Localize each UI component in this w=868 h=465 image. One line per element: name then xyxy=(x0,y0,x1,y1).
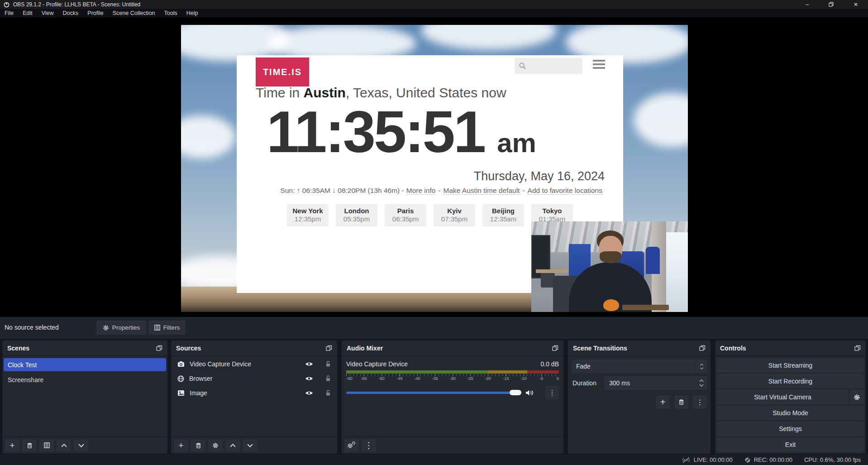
transition-select[interactable]: Fade xyxy=(572,360,707,373)
broadcast-off-icon xyxy=(682,457,691,463)
settings-button[interactable]: Settings xyxy=(717,422,864,436)
remove-source-button[interactable] xyxy=(191,439,205,452)
move-scene-down-button[interactable] xyxy=(74,439,88,452)
sources-toolbar: + xyxy=(171,436,337,454)
dock-popup-icon[interactable] xyxy=(699,345,706,351)
timeis-heading: Time in Austin, Texas, United States now xyxy=(256,85,506,101)
minimize-button[interactable]: – xyxy=(806,2,809,7)
trash-icon xyxy=(196,442,201,449)
menu-edit[interactable]: Edit xyxy=(18,10,37,16)
studio-mode-button[interactable]: Studio Mode xyxy=(717,406,864,420)
menu-docks[interactable]: Docks xyxy=(58,10,83,16)
filters-icon xyxy=(154,325,160,331)
volume-slider[interactable] xyxy=(346,392,521,394)
remove-scene-button[interactable] xyxy=(22,439,37,452)
volume-slider-handle[interactable] xyxy=(510,390,521,395)
virtual-camera-settings-button[interactable] xyxy=(850,390,864,404)
duration-input[interactable]: 300 ms xyxy=(604,376,707,390)
start-virtual-camera-button[interactable]: Start Virtual Camera xyxy=(717,390,849,404)
cloud xyxy=(634,93,688,147)
preview-canvas[interactable]: TIME.IS Time in Austin, Texas, United St… xyxy=(181,25,688,312)
city-card: London05:35pm xyxy=(336,204,377,226)
trash-icon xyxy=(27,442,33,449)
chevron-down-icon xyxy=(247,444,253,447)
dock-popup-icon[interactable] xyxy=(854,345,861,351)
webcam-table xyxy=(536,269,567,273)
channel-name: Video Capture Device xyxy=(346,360,408,368)
dock-popup-icon[interactable] xyxy=(552,345,558,351)
webcam-window xyxy=(666,232,688,312)
menu-tools[interactable]: Tools xyxy=(160,10,182,16)
menu-scene-collection[interactable]: Scene Collection xyxy=(108,10,160,16)
spinner-chevrons[interactable] xyxy=(699,379,704,387)
mixer-menu-button[interactable]: ⋮ xyxy=(362,439,376,452)
lock-open-icon[interactable] xyxy=(325,375,331,382)
sources-panel: Sources Video Capture Device Browser xyxy=(171,340,337,454)
scene-item-clock-test[interactable]: Clock Test xyxy=(4,358,166,371)
audio-mixer-toolbar: ⋮ xyxy=(342,436,563,454)
channel-menu-button[interactable]: ⋮ xyxy=(545,386,559,399)
menu-view[interactable]: View xyxy=(37,10,58,16)
controls-header: Controls xyxy=(715,340,866,356)
obs-logo-icon xyxy=(4,2,10,8)
double-gear-icon xyxy=(347,442,356,449)
dock-popup-icon[interactable] xyxy=(156,345,162,351)
menu-profile[interactable]: Profile xyxy=(83,10,108,16)
remove-transition-button[interactable] xyxy=(674,395,688,409)
start-recording-button[interactable]: Start Recording xyxy=(717,374,864,388)
webcam-chair xyxy=(541,273,555,288)
menu-file[interactable]: File xyxy=(0,10,18,16)
properties-button[interactable]: Properties xyxy=(96,321,146,335)
gear-icon xyxy=(212,442,219,449)
scenes-toolbar: + xyxy=(2,436,167,454)
add-source-button[interactable]: + xyxy=(174,439,188,452)
filters-button[interactable]: Filters xyxy=(148,321,186,335)
exit-button[interactable]: Exit xyxy=(717,437,864,452)
start-streaming-button[interactable]: Start Streaming xyxy=(717,358,864,373)
dock-popup-icon[interactable] xyxy=(326,345,332,351)
restore-button[interactable] xyxy=(829,2,834,8)
timeis-search-box xyxy=(515,58,582,74)
scene-filters-button[interactable] xyxy=(39,439,54,452)
gear-icon xyxy=(854,394,860,401)
lock-open-icon[interactable] xyxy=(325,361,331,367)
transition-menu-button[interactable]: ⋮ xyxy=(693,395,707,409)
audio-mixer-panel: Audio Mixer Video Capture Device 0.0 dB … xyxy=(342,340,563,454)
move-source-down-button[interactable] xyxy=(243,439,257,452)
add-scene-button[interactable]: + xyxy=(5,439,19,452)
volume-slider-row: ⋮ xyxy=(346,386,559,399)
source-row-image[interactable]: Image xyxy=(171,386,337,400)
webcam-blue-arch xyxy=(646,247,660,274)
scene-item-screenshare[interactable]: Screenshare xyxy=(4,373,166,386)
chevron-up-icon xyxy=(230,444,236,447)
filters-icon xyxy=(44,442,50,448)
add-transition-button[interactable]: + xyxy=(656,395,670,409)
sources-header: Sources xyxy=(171,340,337,356)
source-properties-button[interactable] xyxy=(208,439,223,452)
move-source-up-button[interactable] xyxy=(225,439,240,452)
menu-help[interactable]: Help xyxy=(182,10,203,16)
source-row-video-capture[interactable]: Video Capture Device xyxy=(171,357,337,371)
record-off-icon xyxy=(744,457,751,463)
meter-scale: -60 -55 -50 -45 -40 -35 -30 -25 -20 -15 … xyxy=(346,374,559,382)
visibility-eye-icon[interactable] xyxy=(305,390,313,396)
close-button[interactable]: ✕ xyxy=(854,2,858,7)
image-icon xyxy=(177,390,185,396)
speaker-icon[interactable] xyxy=(525,389,534,396)
trash-icon xyxy=(678,399,684,405)
title-bar: OBS 29.1.2 - Profile: LLHLS BETA - Scene… xyxy=(0,0,868,9)
visibility-eye-icon[interactable] xyxy=(305,376,313,381)
lock-open-icon[interactable] xyxy=(325,390,331,396)
hamburger-menu-icon xyxy=(593,60,605,69)
cpu-status: CPU: 0.6%, 30.00 fps xyxy=(804,456,861,463)
window-title: OBS 29.1.2 - Profile: LLHLS BETA - Scene… xyxy=(13,1,140,8)
timeis-date: Thursday, May 16, 2024 xyxy=(474,169,605,183)
move-scene-up-button[interactable] xyxy=(57,439,71,452)
source-row-browser[interactable]: Browser xyxy=(171,372,337,385)
scenes-header: Scenes xyxy=(2,340,167,356)
cloud xyxy=(421,25,557,50)
advanced-audio-button[interactable] xyxy=(344,439,359,452)
live-status: LIVE: 00:00:00 xyxy=(682,456,733,463)
visibility-eye-icon[interactable] xyxy=(305,361,313,367)
globe-icon xyxy=(177,375,184,382)
